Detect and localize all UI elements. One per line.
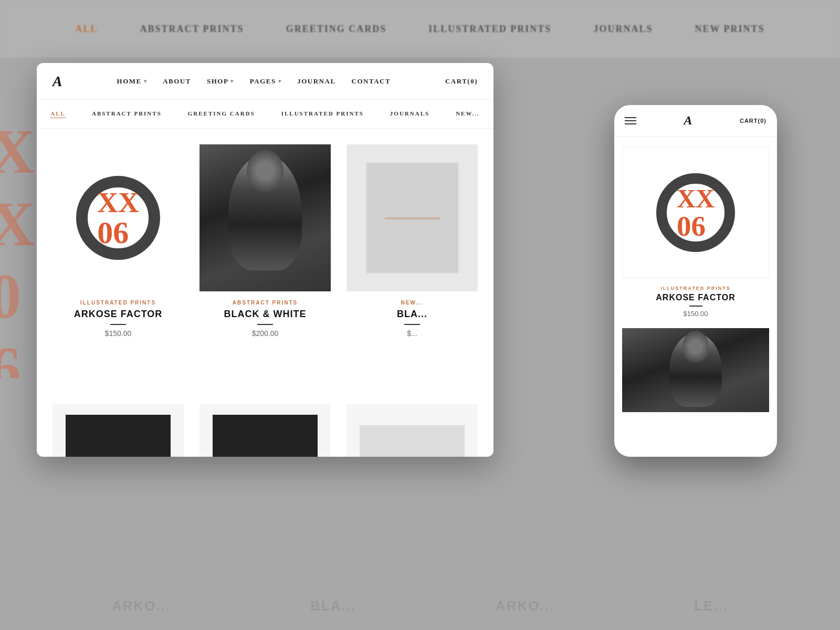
bg-filter-new: NEW PRINTS — [695, 24, 764, 35]
product-partial-2 — [200, 404, 331, 457]
product-price-3: $... — [397, 329, 427, 338]
product-divider-3 — [404, 324, 420, 325]
product-info-3: NEW... BLA... $... — [397, 300, 427, 338]
filter-all[interactable]: ALL — [50, 110, 66, 118]
bg-filter-journals: JOURNALS — [593, 24, 653, 35]
mobile-xx-label: XX — [677, 185, 715, 212]
product-price-1: $150.00 — [74, 329, 163, 338]
bg-filter-bar: All ABSTRACT PRINTS GREETING CARDS ILLUS… — [0, 0, 840, 58]
mobile-product-divider — [689, 306, 702, 307]
nav-about[interactable]: ABOUT — [163, 77, 191, 86]
mobile-artwork-xx06: XX 06 — [623, 148, 769, 278]
nav-shop[interactable]: SHOP ▾ — [207, 77, 234, 86]
product-image-3 — [346, 144, 478, 291]
bg-price-1: $150.00 — [156, 586, 194, 598]
xx-label: XX — [97, 188, 139, 217]
product-name-1: ARKOSE FACTOR — [74, 309, 163, 320]
filter-journals[interactable]: JOURNALS — [390, 110, 429, 118]
bg-price-2: $200.00 — [401, 586, 439, 598]
mobile-product-name: ARKOSE FACTOR — [622, 293, 769, 302]
artwork-blur — [346, 144, 478, 291]
hamburger-menu[interactable] — [625, 117, 636, 124]
partial-dark-2 — [213, 415, 318, 457]
product-name-2: BLACK & WHITE — [224, 309, 307, 320]
product-price-2: $200.00 — [224, 329, 307, 338]
artwork-blur-line — [385, 218, 440, 219]
bg-name-2: BLA... — [310, 598, 356, 614]
product-partial-3 — [346, 404, 478, 457]
product-card-3[interactable]: NEW... BLA... $... — [346, 144, 478, 394]
product-card-2[interactable]: ABSTRACT PRINTS BLACK & WHITE $200.00 — [200, 144, 331, 394]
product-partial-1 — [52, 404, 184, 457]
product-divider-2 — [257, 324, 273, 325]
shop-dropdown-icon: ▾ — [230, 78, 234, 84]
product-category-1: ILLUSTRATED PRINTS — [74, 300, 163, 306]
pages-dropdown-icon: ▾ — [278, 78, 282, 84]
product-image-1: XX 06 — [52, 144, 184, 291]
product-card-1[interactable]: XX 06 ILLUSTRATED PRINTS ARKOSE FACTOR $… — [52, 144, 184, 394]
mobile-portrait-head — [682, 331, 709, 362]
bg-filter-greeting: GREETING CARDS — [286, 24, 387, 35]
desktop-logo: A — [52, 73, 62, 90]
bg-names: ARKO... BLA... ARKO... LE... — [0, 598, 840, 614]
bg-filter-illustrated: ILLUSTRATED PRINTS — [428, 24, 551, 35]
nav-journal[interactable]: JOURNAL — [297, 77, 335, 86]
bg-xx-text: XX06 — [0, 116, 32, 378]
artwork-blur-inner — [366, 163, 458, 273]
product-info-2: ABSTRACT PRINTS BLACK & WHITE $200.00 — [224, 300, 307, 338]
mobile-cart[interactable]: CART(0) — [740, 118, 766, 124]
mobile-product-info: ILLUSTRATED PRINTS ARKOSE FACTOR $150.00 — [622, 286, 769, 318]
mobile-product-image-2 — [622, 328, 769, 412]
artwork-xx06: XX 06 — [52, 144, 184, 291]
filter-greeting[interactable]: GREETING CARDS — [188, 110, 255, 118]
bg-name-1: ARKO... — [112, 598, 171, 614]
bg-filter-abstract: ABSTRACT PRINTS — [140, 24, 244, 35]
mobile-nav: A CART(0) — [614, 105, 777, 136]
hamburger-line-3 — [625, 123, 636, 124]
mobile-mockup: A CART(0) XX 06 ILLUSTRATED PRINTS ARKOS… — [614, 105, 777, 457]
nav-pages[interactable]: PAGES ▾ — [250, 77, 281, 86]
hamburger-line-2 — [625, 120, 636, 121]
filter-abstract[interactable]: ABSTRACT PRINTS — [92, 110, 162, 118]
partial-light-3 — [360, 425, 465, 457]
xx06-text: XX 06 — [97, 188, 139, 248]
product-image-2 — [200, 144, 331, 291]
filter-bar: ALL ABSTRACT PRINTS GREETING CARDS ILLUS… — [37, 100, 494, 129]
products-grid: XX 06 ILLUSTRATED PRINTS ARKOSE FACTOR $… — [37, 129, 494, 394]
home-dropdown-icon: ▾ — [144, 78, 148, 84]
desktop-mockup: A HOME ▾ ABOUT SHOP ▾ PAGES ▾ JOURNAL CO… — [37, 63, 494, 457]
products-row2 — [37, 404, 494, 457]
bg-price-3: $150.00 — [646, 586, 684, 598]
bg-filter-all: All — [75, 24, 98, 35]
filter-new[interactable]: NEW... — [456, 110, 480, 118]
product-category-2: ABSTRACT PRINTS — [224, 300, 307, 306]
bg-name-3: ARKO... — [496, 598, 554, 614]
mobile-content: XX 06 ILLUSTRATED PRINTS ARKOSE FACTOR $… — [614, 136, 777, 457]
product-divider-1 — [110, 324, 126, 325]
artwork-portrait — [200, 144, 331, 291]
nav-links: HOME ▾ ABOUT SHOP ▾ PAGES ▾ JOURNAL CONT… — [117, 77, 391, 86]
mobile-product-category: ILLUSTRATED PRINTS — [622, 286, 769, 291]
nav-contact[interactable]: CONTACT — [352, 77, 391, 86]
mobile-portrait — [622, 328, 769, 412]
num-label: 06 — [97, 217, 139, 248]
portrait-head — [247, 150, 284, 192]
product-name-3: BLA... — [397, 309, 427, 320]
mobile-product-image-1: XX 06 — [622, 147, 769, 278]
bg-prices: $150.00 $200.00 $150.00 — [0, 586, 840, 598]
nav-home[interactable]: HOME ▾ — [117, 77, 148, 86]
product-info-1: ILLUSTRATED PRINTS ARKOSE FACTOR $150.00 — [74, 300, 163, 338]
mobile-xx-text: XX 06 — [677, 185, 715, 240]
hamburger-line-1 — [625, 117, 636, 118]
bg-name-4: LE... — [694, 598, 728, 614]
mobile-product-price: $150.00 — [622, 310, 769, 318]
desktop-nav: A HOME ▾ ABOUT SHOP ▾ PAGES ▾ JOURNAL CO… — [37, 63, 494, 100]
mobile-num-label: 06 — [677, 212, 715, 240]
bg-left-decoration: XX06 — [0, 116, 42, 378]
filter-illustrated[interactable]: ILLUSTRATED PRINTS — [281, 110, 364, 118]
partial-dark-1 — [66, 415, 171, 457]
product-category-3: NEW... — [397, 300, 427, 306]
nav-cart[interactable]: CART(0) — [445, 77, 478, 86]
mobile-logo: A — [684, 113, 692, 128]
